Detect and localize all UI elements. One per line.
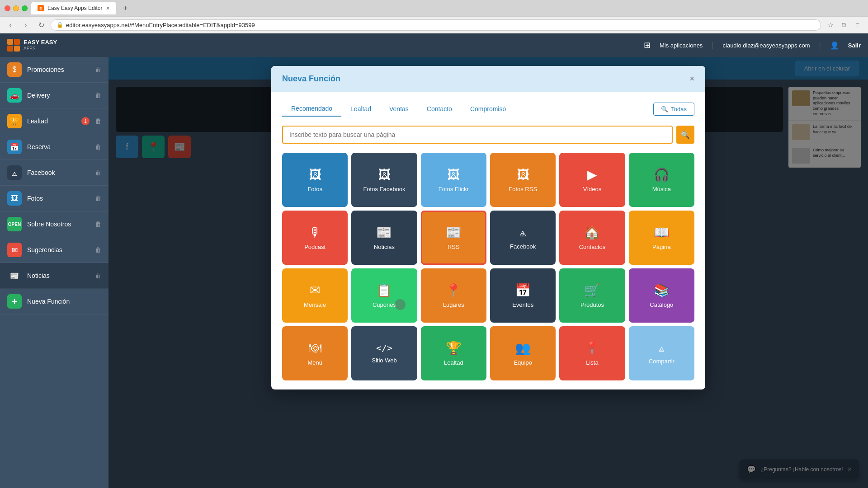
sidebar-item-sugerencias[interactable]: ✉ Sugerencias 🗑 [0,237,108,263]
extensions-button[interactable]: ⧉ [838,19,850,31]
logo-cell-3 [7,46,13,52]
sidebar-item-noticias[interactable]: 📰 Noticias 🗑 [0,263,108,289]
function-sitio-web[interactable]: </> Sitio Web [351,326,417,380]
nueva-funcion-icon: + [7,294,22,309]
sidebar-item-reserva[interactable]: 📅 Reserva 🗑 [0,134,108,160]
function-pagina[interactable]: 📖 Página [629,211,694,265]
function-fotos-flickr[interactable]: 🖼 Fotos Flickr [421,153,486,207]
function-grid: 🖼 Fotos 🖼 Fotos Facebook 🖼 Fotos Flickr [282,153,694,380]
function-fotos-rss[interactable]: 🖼 Fotos RSS [490,153,556,207]
function-musica[interactable]: 🎧 Música [629,153,694,207]
lealtad2-card-label: Lealtad [444,359,463,366]
search-input[interactable] [282,126,673,144]
noticias-delete-icon[interactable]: 🗑 [95,272,101,279]
function-compartir[interactable]: ⟁ Compartir [629,326,694,380]
function-eventos[interactable]: 📅 Eventos [490,268,556,323]
tab-contacto[interactable]: Contacto [418,102,461,116]
catalogo-card-icon: 📚 [654,283,670,298]
minimize-window-button[interactable] [13,5,19,11]
address-bar[interactable]: 🔒 editor.easyeasyapps.net/#MenuEntryPlac… [51,19,821,31]
todas-button[interactable]: 🔍 Todas [653,103,694,116]
new-tab-button[interactable]: + [120,2,132,14]
pagina-card-label: Página [652,244,670,251]
function-mensaje[interactable]: ✉ Mensaje [282,268,348,323]
sidebar-label-sugerencias: Sugerencias [27,246,90,253]
menu-button[interactable]: ≡ [852,19,863,31]
fotos-rss-card-icon: 🖼 [517,167,529,182]
promociones-delete-icon[interactable]: 🗑 [95,66,101,73]
traffic-lights [5,5,28,11]
bookmark-button[interactable]: ☆ [825,19,836,31]
facebook-delete-icon[interactable]: 🗑 [95,169,101,176]
forward-button[interactable]: › [20,19,32,31]
tab-recomendado[interactable]: Recomendado [282,101,341,117]
reserva-delete-icon[interactable]: 🗑 [95,143,101,150]
reserva-icon: 📅 [7,140,22,154]
function-catalogo[interactable]: 📚 Catálogo [629,268,694,323]
modal-body: Recomendado Lealtad Ventas Contacto Comp… [271,92,705,389]
function-lista[interactable]: 📍 Lista [559,326,625,380]
sobre-nosotros-icon: OPEN [7,217,22,231]
sidebar-label-promociones: Promociones [27,66,90,73]
compartir-card-label: Compartir [649,358,675,365]
maximize-window-button[interactable] [22,5,28,11]
sidebar-label-noticias: Noticias [27,272,90,279]
salir-button[interactable]: Salir [848,42,861,49]
function-videos[interactable]: ▶ Vídeos [559,153,625,207]
function-menu[interactable]: 🍽 Menú [282,326,348,380]
tab-ventas[interactable]: Ventas [380,102,418,116]
function-facebook[interactable]: ⟁ Facebook [490,211,556,265]
lealtad-badge: 1 [81,117,90,125]
tab-lealtad[interactable]: Lealtad [341,102,380,116]
catalogo-card-label: Catálogo [650,301,673,309]
tab-title: Easy Easy Apps Editor [47,5,102,11]
fotos-flickr-card-icon: 🖼 [447,167,460,182]
apps-grid-icon[interactable]: ⊞ [644,40,651,50]
musica-card-label: Música [652,186,671,193]
function-lealtad2[interactable]: 🏆 Lealtad [421,326,486,380]
function-cupones[interactable]: 📋 Cupones [351,268,417,323]
sobre-nosotros-delete-icon[interactable]: 🗑 [95,221,101,228]
sidebar-item-fotos[interactable]: 🖼 Fotos 🗑 [0,186,108,211]
delivery-delete-icon[interactable]: 🗑 [95,92,101,99]
sidebar-item-lealtad[interactable]: 🏆 Lealtad 1 🗑 [0,108,108,134]
sidebar-item-promociones[interactable]: $ Promociones 🗑 [0,57,108,83]
logo-grid [7,39,20,52]
function-noticias[interactable]: 📰 Noticias [351,211,417,265]
browser-tab[interactable]: E Easy Easy Apps Editor × [31,2,116,14]
noticias-card-icon: 📰 [376,225,392,240]
sidebar-item-facebook[interactable]: ⟁ Facebook 🗑 [0,160,108,186]
sidebar-item-delivery[interactable]: 🚗 Delivery 🗑 [0,83,108,108]
mis-aplicaciones-link[interactable]: Mis aplicaciones [660,42,703,49]
sidebar-label-sobre-nosotros: Sobre Nosotros [27,221,90,228]
sidebar-item-nueva-funcion[interactable]: + Nueva Función [0,289,108,314]
function-contactos[interactable]: 🏠 Contactos [559,211,625,265]
rss-card-icon: 📰 [446,225,462,240]
lista-card-icon: 📍 [584,341,600,356]
tab-compromiso[interactable]: Compromiso [461,102,515,116]
back-button[interactable]: ‹ [5,19,16,31]
lealtad-delete-icon[interactable]: 🗑 [95,117,101,125]
tab-close-button[interactable]: × [106,5,109,12]
delivery-icon: 🚗 [7,88,22,103]
function-rss[interactable]: 📰 RSS [421,211,486,265]
sidebar-item-sobre-nosotros[interactable]: OPEN Sobre Nosotros 🗑 [0,211,108,237]
function-podcast[interactable]: 🎙 Podcast [282,211,348,265]
fotos-delete-icon[interactable]: 🗑 [95,195,101,202]
contactos-card-label: Contactos [579,244,606,251]
facebook-card-icon: ⟁ [519,225,527,239]
refresh-button[interactable]: ↻ [35,19,47,31]
fotos-card-label: Fotos [307,186,322,193]
noticias-icon: 📰 [7,268,22,283]
sugerencias-delete-icon[interactable]: 🗑 [95,246,101,253]
modal-close-button[interactable]: × [689,74,694,84]
close-window-button[interactable] [5,5,10,11]
function-lugares[interactable]: 📍 Lugares [421,268,486,323]
function-equipo[interactable]: 👥 Equipo [490,326,556,380]
function-produtos[interactable]: 🛒 Produtos [559,268,625,323]
search-button[interactable]: 🔍 [676,126,694,144]
sidebar-label-fotos: Fotos [27,195,90,202]
podcast-card-label: Podcast [304,244,326,251]
function-fotos[interactable]: 🖼 Fotos [282,153,348,207]
function-fotos-facebook[interactable]: 🖼 Fotos Facebook [351,153,417,207]
